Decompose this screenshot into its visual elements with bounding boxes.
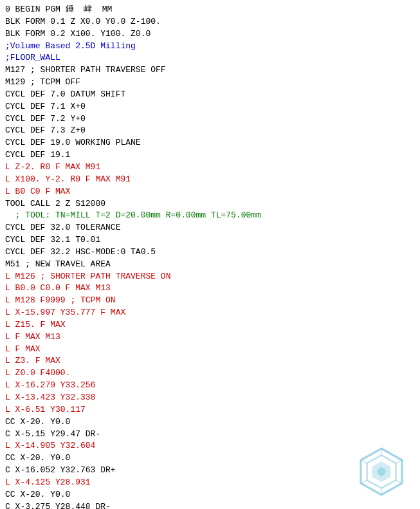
- code-line: L X100. Y-2. R0 F MAX M91: [5, 174, 415, 186]
- code-line: CYCL DEF 32.2 HSC-MODE:0 TA0.5: [5, 246, 415, 259]
- code-line: L F MAX M13: [5, 331, 415, 344]
- svg-point-3: [378, 468, 386, 476]
- code-line: CC X-20. Y0.0: [5, 452, 415, 465]
- code-line: L Z3. F MAX: [5, 355, 415, 367]
- code-line: L X-6.51 Y30.117: [5, 404, 415, 416]
- code-line: L B0 C0 F MAX: [5, 186, 415, 198]
- code-line: L Z15. F MAX: [5, 319, 415, 331]
- code-line: TOOL CALL 2 Z S12000: [5, 198, 415, 210]
- code-line: BLK FORM 0.2 X100. Y100. Z0.0: [5, 28, 415, 41]
- logo-container: [356, 446, 407, 497]
- code-line: L Z-2. R0 F MAX M91: [5, 162, 415, 174]
- code-line: L F MAX: [5, 344, 415, 356]
- code-line: L X-4.125 Y28.931: [5, 477, 415, 489]
- code-line: 0 BEGIN PGM 錘 峍 MM: [5, 4, 415, 16]
- code-line: CC X-20. Y0.0: [5, 416, 415, 429]
- code-line: L X-14.905 Y32.604: [5, 440, 415, 452]
- code-line: L M128 F9999 ; TCPM ON: [5, 295, 415, 307]
- code-line: CYCL DEF 7.3 Z+0: [5, 125, 415, 137]
- code-line: CYCL DEF 32.0 TOLERANCE: [5, 222, 415, 234]
- code-line: C X-5.15 Y29.47 DR-: [5, 429, 415, 441]
- code-line: L X-16.279 Y33.256: [5, 380, 415, 392]
- code-line: C X-3.275 Y28.448 DR-: [5, 501, 415, 509]
- code-line: M127 ; SHORTER PATH TRAVERSE OFF: [5, 64, 415, 77]
- code-line: C X-16.052 Y32.763 DR+: [5, 465, 415, 477]
- code-line: ; TOOL: TN=MILL T=2 D=20.00mm R=0.00mm T…: [5, 210, 415, 222]
- code-line: M129 ; TCPM OFF: [5, 77, 415, 89]
- code-line: L X-13.423 Y32.338: [5, 392, 415, 404]
- code-line: L B0.0 C0.0 F MAX M13: [5, 282, 415, 295]
- code-line: L X-15.997 Y35.777 F MAX: [5, 307, 415, 319]
- code-line: CYCL DEF 19.0 WORKING PLANE: [5, 137, 415, 149]
- code-line: BLK FORM 0.1 Z X0.0 Y0.0 Z-100.: [5, 16, 415, 28]
- code-line: CYCL DEF 7.1 X+0: [5, 101, 415, 113]
- code-line: M51 ; NEW TRAVEL AREA: [5, 259, 415, 271]
- code-editor: 0 BEGIN PGM 錘 峍 MMBLK FORM 0.1 Z X0.0 Y0…: [0, 0, 420, 509]
- app-logo-icon: [356, 446, 407, 497]
- code-line: ;FLOOR_WALL: [5, 52, 415, 64]
- code-line: CYCL DEF 32.1 T0.01: [5, 234, 415, 246]
- code-line: L Z0.0 F4000.: [5, 367, 415, 380]
- code-line: ;Volume Based 2.5D Milling: [5, 41, 415, 53]
- code-line: CYCL DEF 7.2 Y+0: [5, 113, 415, 125]
- code-line: L M126 ; SHORTER PATH TRAVERSE ON: [5, 271, 415, 283]
- code-line: CYCL DEF 7.0 DATUM SHIFT: [5, 89, 415, 101]
- code-line: CC X-20. Y0.0: [5, 489, 415, 501]
- code-content: 0 BEGIN PGM 錘 峍 MMBLK FORM 0.1 Z X0.0 Y0…: [5, 4, 415, 509]
- code-line: CYCL DEF 19.1: [5, 149, 415, 162]
